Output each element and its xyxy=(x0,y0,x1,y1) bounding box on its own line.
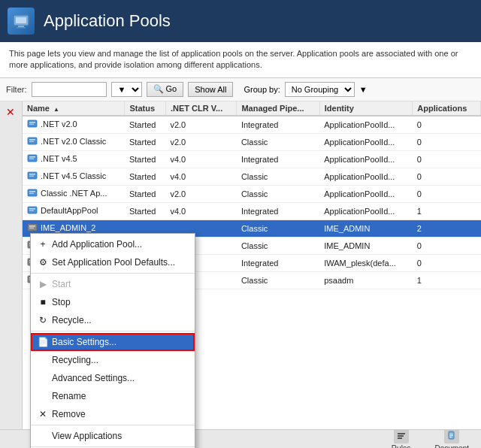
cell-apps: 2 xyxy=(413,219,481,237)
cell-apps: 0 xyxy=(413,133,481,150)
cell-status: Started xyxy=(125,116,165,134)
menu-item-add[interactable]: +Add Application Pool... xyxy=(31,235,195,253)
rules-icon xyxy=(394,428,409,443)
menu-label-add: Add Application Pool... xyxy=(52,239,142,250)
table-header-row: Name ▲ Status .NET CLR V... Managed Pipe… xyxy=(23,101,481,116)
menu-label-recycle: Recycle... xyxy=(52,315,92,325)
app-icon xyxy=(8,8,35,35)
rules-button[interactable]: Rules xyxy=(386,427,417,448)
menu-item-recycling[interactable]: Recycling... xyxy=(31,351,195,369)
cell-apps: 0 xyxy=(413,185,481,202)
svg-rect-8 xyxy=(29,139,35,141)
page-title: Application Pools xyxy=(44,11,171,31)
menu-icon-remove: ✕ xyxy=(37,408,49,420)
svg-rect-17 xyxy=(29,191,35,192)
menu-icon-set_defaults: ⚙ xyxy=(37,256,49,268)
table-row[interactable]: DefaultAppPool Started v4.0 Integrated A… xyxy=(23,202,481,219)
table-row[interactable]: Classic .NET Ap... Started v2.0 Classic … xyxy=(23,185,481,202)
menu-label-view_apps: View Applications xyxy=(52,431,122,441)
menu-label-rename: Rename xyxy=(52,391,86,401)
menu-separator xyxy=(31,331,195,331)
group-by-dropdown[interactable]: No Grouping xyxy=(285,82,355,97)
description-text: This page lets you view and manage the l… xyxy=(0,42,481,78)
svg-rect-5 xyxy=(29,122,35,123)
cell-identity: IME_ADMIN xyxy=(319,219,413,237)
menu-item-recycle[interactable]: ↻Recycle... xyxy=(31,311,195,329)
svg-rect-39 xyxy=(449,435,453,436)
cell-clr: v2.0 xyxy=(165,116,236,134)
cell-pipeline: Classic xyxy=(237,185,319,202)
cell-identity: ApplicationPoolId... xyxy=(319,202,413,219)
svg-rect-9 xyxy=(29,141,34,142)
col-status[interactable]: Status xyxy=(125,101,165,116)
table-row[interactable]: .NET v2.0 Started v2.0 Integrated Applic… xyxy=(23,116,481,134)
cell-clr: v4.0 xyxy=(165,202,236,219)
table-row[interactable]: .NET v4.5 Classic Started v4.0 Classic A… xyxy=(23,168,481,185)
svg-rect-20 xyxy=(29,208,35,210)
menu-label-advanced_settings: Advanced Settings... xyxy=(52,373,135,383)
menu-item-view_apps[interactable]: View Applications xyxy=(31,427,195,445)
menu-icon-add: + xyxy=(37,238,49,250)
cell-name: .NET v2.0 Classic xyxy=(23,133,125,150)
menu-item-set_defaults[interactable]: ⚙Set Application Pool Defaults... xyxy=(31,253,195,271)
cell-identity: ApplicationPoolId... xyxy=(319,133,413,150)
cell-name: .NET v4.5 xyxy=(23,150,125,168)
col-pipeline[interactable]: Managed Pipe... xyxy=(237,101,319,116)
filter-dropdown[interactable]: ▼ xyxy=(111,82,142,97)
menu-item-basic_settings[interactable]: 📄Basic Settings... xyxy=(31,333,195,351)
cell-status: Started xyxy=(125,168,165,185)
cell-pipeline: Classic xyxy=(237,237,319,254)
svg-rect-1 xyxy=(16,17,26,23)
filter-input[interactable] xyxy=(32,82,107,97)
svg-rect-38 xyxy=(449,434,453,434)
cell-identity: ApplicationPoolId... xyxy=(319,116,413,134)
menu-label-start: Start xyxy=(52,279,71,289)
main-content: ✕ Name ▲ Status .NET CLR V... Managed Pi… xyxy=(0,101,481,429)
document-icon xyxy=(444,428,459,443)
cell-status: Started xyxy=(125,185,165,202)
filter-label: Filter: xyxy=(6,85,27,94)
col-identity[interactable]: Identity xyxy=(319,101,413,116)
svg-rect-6 xyxy=(29,123,34,125)
menu-label-basic_settings: Basic Settings... xyxy=(52,337,116,347)
svg-rect-40 xyxy=(449,437,452,437)
cell-name: .NET v2.0 xyxy=(23,116,125,134)
document-button[interactable]: Document xyxy=(428,427,475,448)
cell-apps: 1 xyxy=(413,202,481,219)
menu-icon-recycle: ↻ xyxy=(37,314,49,326)
status-bar-right: Rules Document xyxy=(386,427,475,448)
svg-rect-35 xyxy=(398,435,404,437)
svg-rect-11 xyxy=(29,156,35,158)
group-by-label: Group by: xyxy=(244,85,280,94)
table-row[interactable]: .NET v4.5 Started v4.0 Integrated Applic… xyxy=(23,150,481,168)
cell-identity: ApplicationPoolId... xyxy=(319,150,413,168)
menu-item-stop[interactable]: ■Stop xyxy=(31,293,195,311)
col-clr[interactable]: .NET CLR V... xyxy=(165,101,236,116)
cell-status: Started xyxy=(125,150,165,168)
svg-rect-21 xyxy=(29,210,34,211)
cell-apps: 0 xyxy=(413,254,481,271)
menu-label-recycling: Recycling... xyxy=(52,355,98,365)
table-row[interactable]: .NET v2.0 Classic Started v2.0 Classic A… xyxy=(23,133,481,150)
menu-icon-stop: ■ xyxy=(37,296,49,308)
menu-item-advanced_settings[interactable]: Advanced Settings... xyxy=(31,369,195,387)
cell-apps: 0 xyxy=(413,237,481,254)
col-name[interactable]: Name ▲ xyxy=(23,101,125,116)
cell-pipeline: Classic xyxy=(237,219,319,237)
cell-apps: 0 xyxy=(413,116,481,134)
cell-clr: v2.0 xyxy=(165,185,236,202)
col-apps[interactable]: Applications xyxy=(413,101,481,116)
menu-item-rename[interactable]: Rename xyxy=(31,387,195,405)
menu-item-remove[interactable]: ✕Remove xyxy=(31,405,195,423)
go-button[interactable]: 🔍 Go xyxy=(147,82,184,97)
show-all-button[interactable]: Show All xyxy=(188,82,233,97)
cell-apps: 0 xyxy=(413,168,481,185)
cell-name: .NET v4.5 Classic xyxy=(23,168,125,185)
cell-status: Started xyxy=(125,133,165,150)
sidebar-error-icon[interactable]: ✕ xyxy=(0,101,21,123)
cell-identity: ApplicationPoolId... xyxy=(319,168,413,185)
menu-separator xyxy=(31,446,195,447)
cell-clr: v2.0 xyxy=(165,133,236,150)
cell-clr: v4.0 xyxy=(165,150,236,168)
svg-rect-2 xyxy=(18,26,24,27)
